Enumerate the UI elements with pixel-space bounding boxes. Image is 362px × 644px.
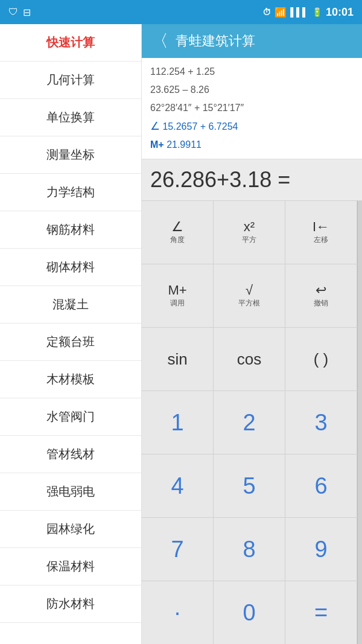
button-3[interactable]: 3 <box>285 391 357 454</box>
history-row-5: M+ 21.9911 <box>150 136 354 154</box>
sidebar-item-pipe-valve[interactable]: 水管阀门 <box>0 398 141 436</box>
sidebar-item-quota[interactable]: 定额台班 <box>0 324 141 361</box>
sidebar-item-insulation[interactable]: 保温材料 <box>0 548 141 585</box>
main-layout: 快速计算 几何计算 单位换算 测量坐标 力学结构 钢筋材料 砌体材料 混凝土 定… <box>0 24 362 644</box>
header-title: 青蛙建筑计算 <box>176 32 255 50</box>
sidebar-item-quick-calc[interactable]: 快速计算 <box>0 24 141 62</box>
battery-icon: 🔋 <box>312 7 322 17</box>
button-row-6: 7 8 9 <box>142 517 362 581</box>
right-edge-5 <box>357 454 362 517</box>
status-right-icons: ⏱ 📶 ▌▌▌ 🔋 10:01 <box>262 6 354 19</box>
status-bar: 🛡 ⊟ ⏱ 📶 ▌▌▌ 🔋 10:01 <box>0 0 362 24</box>
clock-icon: ⏱ <box>262 7 271 17</box>
current-input-display: 26.286+3.18 = <box>142 159 362 200</box>
back-button[interactable]: 〈 <box>151 30 168 53</box>
right-edge-6 <box>357 518 362 581</box>
sidebar-item-mechanics[interactable]: 力学结构 <box>0 174 141 211</box>
cos-button[interactable]: cos <box>214 328 285 391</box>
history-row-2: 23.625 – 8.26 <box>150 81 354 99</box>
history-row-3: 62°28′41″ + 15°21′17″ <box>150 99 354 117</box>
content-header: 〈 青蛙建筑计算 <box>142 24 362 58</box>
button-row-2: M+ 调用 √ 平方根 ↩ 撤销 <box>142 264 362 327</box>
sidebar-item-landscape[interactable]: 园林绿化 <box>0 511 141 548</box>
right-edge-2 <box>357 264 362 327</box>
button-4[interactable]: 4 <box>142 454 214 517</box>
button-row-3: sin cos ( ) <box>142 327 362 391</box>
sidebar-item-electrical[interactable]: 强电弱电 <box>0 473 141 511</box>
right-edge <box>357 201 362 264</box>
button-row-7: · 0 = <box>142 581 362 644</box>
button-7[interactable]: 7 <box>142 518 214 581</box>
angle-button[interactable]: ∠ 角度 <box>142 201 214 264</box>
sidebar-item-geometry[interactable]: 几何计算 <box>0 62 141 99</box>
history-row-1: 112.254 + 1.25 <box>150 63 354 81</box>
button-row-4: 1 2 3 <box>142 391 362 454</box>
equals-button[interactable]: = <box>285 581 357 644</box>
status-time: 10:01 <box>326 6 354 19</box>
button-8[interactable]: 8 <box>214 518 285 581</box>
undo-button[interactable]: ↩ 撤销 <box>285 264 357 327</box>
parentheses-button[interactable]: ( ) <box>285 328 357 391</box>
shield-icon: 🛡 <box>8 7 18 18</box>
sidebar: 快速计算 几何计算 单位换算 测量坐标 力学结构 钢筋材料 砌体材料 混凝土 定… <box>0 24 142 644</box>
button-1[interactable]: 1 <box>142 391 214 454</box>
sidebar-item-masonry[interactable]: 砌体材料 <box>0 249 141 286</box>
content-area: 〈 青蛙建筑计算 112.254 + 1.25 23.625 – 8.26 62… <box>142 24 362 644</box>
button-9[interactable]: 9 <box>285 518 357 581</box>
signal-icon: ▌▌▌ <box>290 7 308 17</box>
memory-plus-button[interactable]: M+ 调用 <box>142 264 214 327</box>
sidebar-item-timber[interactable]: 木材模板 <box>0 361 141 398</box>
sidebar-item-waterproof[interactable]: 防水材料 <box>0 585 141 623</box>
sidebar-item-rebar[interactable]: 钢筋材料 <box>0 211 141 249</box>
sidebar-item-unit-convert[interactable]: 单位换算 <box>0 99 141 136</box>
button-0[interactable]: 0 <box>214 581 285 644</box>
right-edge-4 <box>357 391 362 454</box>
current-input-text: 26.286+3.18 = <box>150 167 290 193</box>
status-left-icons: 🛡 ⊟ <box>8 7 31 18</box>
history-area: 112.254 + 1.25 23.625 – 8.26 62°28′41″ +… <box>142 58 362 159</box>
history-row-4: ∠ 15.2657 + 6.7254 <box>150 117 354 136</box>
sin-button[interactable]: sin <box>142 328 214 391</box>
right-edge-3 <box>357 328 362 391</box>
button-2[interactable]: 2 <box>214 391 285 454</box>
calculator-buttons: ∠ 角度 x² 平方 I← 左移 M+ 调用 <box>142 200 362 644</box>
left-shift-button[interactable]: I← 左移 <box>285 201 357 264</box>
sqrt-button[interactable]: √ 平方根 <box>214 264 285 327</box>
sidebar-item-survey-coord[interactable]: 测量坐标 <box>0 136 141 174</box>
right-edge-7 <box>357 581 362 644</box>
button-row-5: 4 5 6 <box>142 454 362 517</box>
sidebar-item-pipe-wire[interactable]: 管材线材 <box>0 436 141 473</box>
inbox-icon: ⊟ <box>23 7 31 18</box>
wifi-icon: 📶 <box>275 7 287 18</box>
square-button[interactable]: x² 平方 <box>214 201 285 264</box>
decimal-button[interactable]: · <box>142 581 214 644</box>
button-6[interactable]: 6 <box>285 454 357 517</box>
button-5[interactable]: 5 <box>214 454 285 517</box>
button-row-1: ∠ 角度 x² 平方 I← 左移 <box>142 200 362 264</box>
sidebar-item-concrete[interactable]: 混凝土 <box>0 286 141 324</box>
